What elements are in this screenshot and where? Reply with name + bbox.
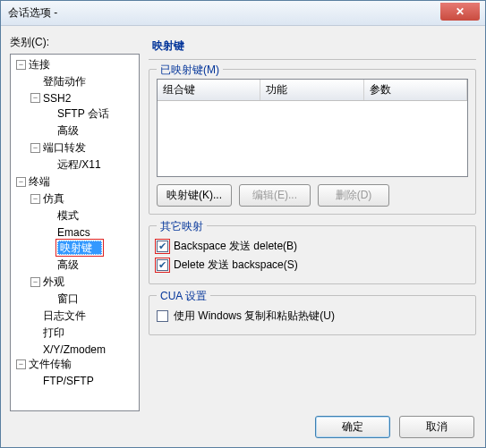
- tree-item-label: 登陆动作: [43, 75, 86, 88]
- tree-item-label: X/Y/Zmodem: [43, 342, 106, 355]
- dialog-window: 会话选项 - ✕ 类别(C): −连接登陆动作−SSH2SFTP 会话高级−端口…: [0, 0, 486, 448]
- tree-item-label: SSH2: [43, 92, 71, 105]
- tree-item-label: 日志文件: [43, 309, 86, 322]
- section-title: 映射键: [149, 35, 476, 60]
- window-title: 会话选项 -: [8, 5, 57, 21]
- collapse-icon[interactable]: −: [16, 177, 26, 187]
- delete-sends-backspace-row[interactable]: ✔ Delete 发送 backspace(S): [157, 258, 468, 273]
- other-mapping-group: 其它映射 ✔ Backspace 发送 delete(B) ✔ Delete 发…: [149, 225, 476, 284]
- mapped-keys-list[interactable]: 组合键 功能 参数: [157, 79, 468, 177]
- tree-item[interactable]: 登陆动作: [14, 73, 135, 90]
- tree-item[interactable]: 远程/X11: [14, 156, 135, 173]
- tree-item[interactable]: SFTP 会话: [14, 106, 135, 123]
- cancel-button[interactable]: 取消: [399, 416, 474, 438]
- tree-item-label: 外观: [43, 275, 64, 288]
- tree-item-label: 打印: [43, 326, 64, 339]
- collapse-icon[interactable]: −: [30, 277, 40, 287]
- cua-settings-group: CUA 设置 使用 Windows 复制和粘贴热键(U): [149, 295, 476, 335]
- tree-item[interactable]: −仿真: [14, 190, 135, 207]
- tree-item[interactable]: 窗口: [14, 291, 135, 308]
- checkbox-icon[interactable]: ✔: [157, 241, 168, 252]
- other-mapping-group-title: 其它映射: [157, 219, 207, 234]
- tree-item[interactable]: Emacs: [14, 224, 135, 240]
- list-header: 组合键 功能 参数: [158, 80, 467, 101]
- col-combo[interactable]: 组合键: [158, 80, 260, 100]
- tree-item-label: 端口转发: [43, 141, 86, 154]
- checkbox-icon[interactable]: ✔: [157, 259, 168, 271]
- delete-button: 删除(D): [318, 184, 389, 207]
- collapse-icon[interactable]: −: [16, 359, 26, 369]
- checkbox-label: Backspace 发送 delete(B): [174, 239, 297, 254]
- tree-item[interactable]: 高级: [14, 257, 135, 274]
- category-tree[interactable]: −连接登陆动作−SSH2SFTP 会话高级−端口转发远程/X11−终端−仿真模式…: [10, 54, 140, 411]
- edit-button: 编辑(E)...: [239, 184, 311, 207]
- dialog-footer: 确定 取消: [315, 416, 474, 438]
- left-panel: 类别(C): −连接登陆动作−SSH2SFTP 会话高级−端口转发远程/X11−…: [10, 35, 140, 398]
- tree-item-label: 高级: [57, 124, 79, 137]
- tree-item[interactable]: −连接: [14, 56, 135, 73]
- col-function[interactable]: 功能: [260, 80, 363, 100]
- tree-item-label: 文件传输: [29, 358, 72, 370]
- category-label: 类别(C):: [10, 35, 140, 50]
- mapped-buttons: 映射键(K)... 编辑(E)... 删除(D): [157, 184, 468, 207]
- tree-item[interactable]: −端口转发: [14, 139, 135, 156]
- tree-item-label: 高级: [57, 258, 79, 271]
- tree-item[interactable]: 日志文件: [14, 308, 135, 325]
- tree-item[interactable]: 高级: [14, 123, 135, 139]
- tree-item[interactable]: 打印: [14, 325, 135, 342]
- tree-item-label: 远程/X11: [57, 158, 101, 171]
- collapse-icon[interactable]: −: [30, 143, 40, 153]
- checkbox-label: 使用 Windows 复制和粘贴热键(U): [174, 309, 335, 324]
- tree-item[interactable]: −文件传输: [14, 356, 135, 373]
- tree-item-label: 连接: [29, 58, 50, 71]
- mapped-keys-group-title: 已映射键(M): [157, 63, 223, 78]
- tree-item-label: 仿真: [43, 192, 64, 205]
- backspace-sends-delete-row[interactable]: ✔ Backspace 发送 delete(B): [157, 239, 468, 254]
- collapse-icon[interactable]: −: [30, 93, 40, 103]
- tree-item-label: FTP/SFTP: [43, 375, 94, 387]
- tree-item[interactable]: X/Y/Zmodem: [14, 342, 135, 357]
- tree-item-label: Emacs: [57, 226, 90, 239]
- collapse-icon[interactable]: −: [16, 60, 26, 70]
- cua-settings-group-title: CUA 设置: [157, 289, 210, 304]
- right-panel: 映射键 已映射键(M) 组合键 功能 参数 映射键(K)... 编辑(E)...…: [149, 35, 476, 398]
- col-params[interactable]: 参数: [364, 80, 467, 100]
- close-button[interactable]: ✕: [440, 3, 480, 21]
- map-key-button[interactable]: 映射键(K)...: [157, 184, 232, 207]
- mapped-keys-group: 已映射键(M) 组合键 功能 参数 映射键(K)... 编辑(E)... 删除(…: [149, 69, 476, 215]
- titlebar: 会话选项 - ✕: [1, 1, 485, 26]
- tree-item[interactable]: FTP/SFTP: [14, 373, 135, 388]
- tree-item[interactable]: −SSH2: [14, 90, 135, 106]
- checkbox-icon[interactable]: [157, 310, 168, 322]
- tree-item[interactable]: 模式: [14, 207, 135, 224]
- tree-item-label: SFTP 会话: [57, 107, 109, 120]
- tree-item[interactable]: 映射键: [14, 240, 135, 257]
- tree-item[interactable]: −终端: [14, 173, 135, 190]
- tree-item-label: 模式: [57, 209, 79, 222]
- cua-hotkeys-row[interactable]: 使用 Windows 复制和粘贴热键(U): [157, 309, 468, 324]
- close-icon: ✕: [456, 5, 465, 18]
- tree-item-label: 映射键: [57, 241, 102, 255]
- tree-item-label: 终端: [29, 175, 50, 188]
- dialog-body: 类别(C): −连接登陆动作−SSH2SFTP 会话高级−端口转发远程/X11−…: [1, 26, 485, 407]
- tree-item[interactable]: −外观: [14, 274, 135, 291]
- tree-item-label: 窗口: [57, 292, 79, 305]
- ok-button[interactable]: 确定: [315, 416, 390, 438]
- collapse-icon[interactable]: −: [30, 194, 40, 204]
- checkbox-label: Delete 发送 backspace(S): [174, 258, 298, 273]
